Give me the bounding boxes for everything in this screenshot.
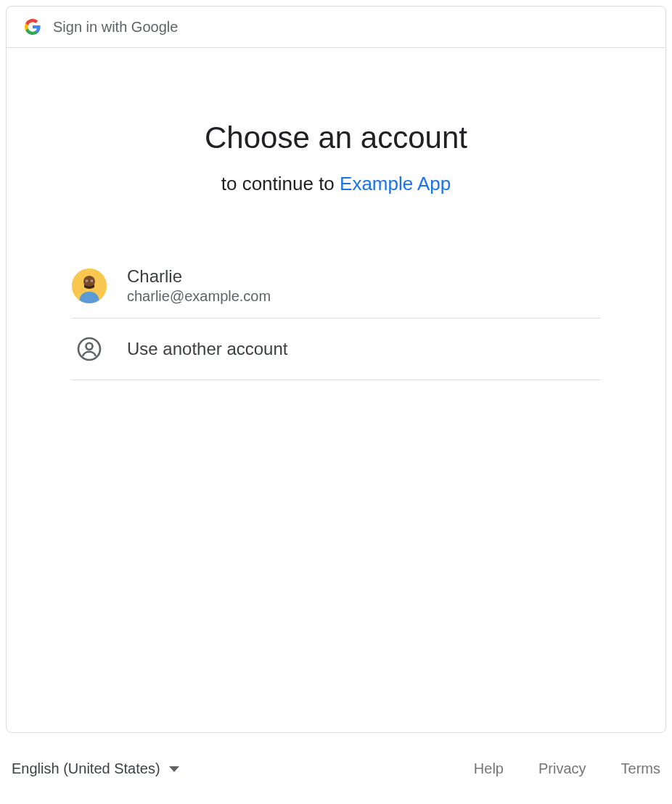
account-info: Charlie charlie@example.com [127, 266, 271, 305]
footer: English (United States) Help Privacy Ter… [0, 739, 672, 789]
app-name-link[interactable]: Example App [340, 173, 451, 194]
header-title: Sign in with Google [53, 19, 178, 36]
google-logo-icon [24, 18, 41, 36]
footer-links: Help Privacy Terms [474, 760, 660, 777]
svg-point-5 [91, 280, 92, 281]
page-subtitle: to continue to Example App [221, 173, 451, 195]
account-item[interactable]: Charlie charlie@example.com [72, 253, 600, 319]
terms-link[interactable]: Terms [621, 760, 660, 777]
signin-card: Sign in with Google Choose an account to… [6, 6, 666, 733]
header-bar: Sign in with Google [7, 7, 665, 48]
privacy-link[interactable]: Privacy [538, 760, 586, 777]
language-label: English (United States) [12, 760, 160, 777]
person-circle-icon [72, 332, 107, 366]
page-title: Choose an account [205, 120, 467, 155]
account-email: charlie@example.com [127, 288, 271, 305]
use-another-account[interactable]: Use another account [72, 319, 600, 380]
account-name: Charlie [127, 266, 271, 287]
main-content: Choose an account to continue to Example… [7, 48, 665, 732]
help-link[interactable]: Help [474, 760, 504, 777]
language-selector[interactable]: English (United States) [12, 760, 179, 777]
chevron-down-icon [169, 766, 179, 772]
account-list: Charlie charlie@example.com Use another … [7, 253, 665, 380]
svg-point-4 [86, 280, 87, 281]
use-another-account-label: Use another account [127, 339, 287, 359]
subtitle-prefix: to continue to [221, 173, 340, 194]
svg-point-7 [86, 343, 93, 350]
avatar [72, 268, 107, 303]
